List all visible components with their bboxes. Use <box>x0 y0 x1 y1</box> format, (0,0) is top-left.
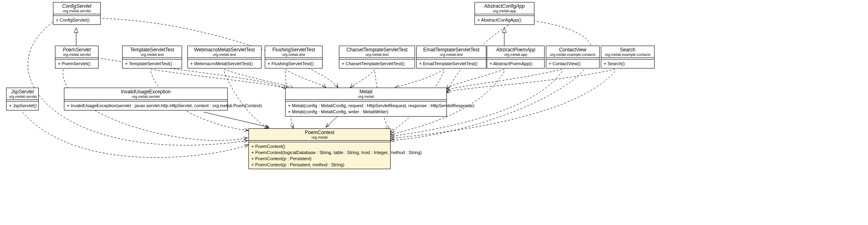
class-name: EmailTemplateServletTest <box>419 47 483 53</box>
class-package: org.melati.example.contacts <box>549 53 597 57</box>
class-abstractpoemapp: AbstractPoemApporg.melati.app + Abstract… <box>487 46 545 68</box>
class-op: + ContactView() <box>549 61 597 67</box>
class-op: + FlushingServletTest() <box>268 61 320 67</box>
class-search: Searchorg.melati.example.contacts + Sear… <box>601 46 655 68</box>
class-name: WebmacroMelatiServletTest <box>190 47 259 53</box>
class-name: TemplateServletTest <box>125 47 179 53</box>
class-name: InvalidUsageException <box>67 89 225 95</box>
class-name: Melati <box>288 89 444 95</box>
class-op: + PoemServlet() <box>58 61 96 67</box>
class-name: FlushingServletTest <box>268 47 320 53</box>
class-package: org.melati.app <box>490 53 542 57</box>
class-name: Search <box>604 47 652 53</box>
class-package: org.melati.example.contacts <box>604 53 652 57</box>
class-package: org.melati.test <box>125 53 179 57</box>
class-templateservlettest: TemplateServletTestorg.melati.test + Tem… <box>122 46 182 68</box>
class-name: ConfigServlet <box>56 3 98 9</box>
class-emailtemplateservlettest: EmailTemplateServletTestorg.melati.test … <box>416 46 486 68</box>
class-name: ContactView <box>549 47 597 53</box>
class-op: + TemplateServletTest() <box>125 61 179 67</box>
class-name: JspServlet <box>9 89 36 95</box>
svg-line-2 <box>204 112 269 127</box>
class-jspservlet: JspServletorg.melati.servlet + JspServle… <box>6 88 39 110</box>
class-package: org.melati.test <box>419 53 483 57</box>
class-package: org.melati.servlet <box>58 53 96 57</box>
class-op: + PoemContext(p : Persistent) <box>251 156 388 162</box>
class-name: PoemContext <box>251 130 388 135</box>
class-invalidusageexception: InvalidUsageExceptionorg.melati.servlet … <box>64 88 228 110</box>
class-poemcontext: PoemContextorg.melati + PoemContext() + … <box>248 128 391 169</box>
class-package: org.melati.app <box>477 9 532 13</box>
class-flushingservlettest: FlushingServletTestorg.melati.test + Flu… <box>265 46 323 68</box>
class-charsettemplateservlettest: CharsetTemplateServletTestorg.melati.tes… <box>339 46 415 68</box>
class-package: org.melati.test <box>190 53 259 57</box>
class-package: org.melati.test <box>342 53 412 57</box>
class-op: + Melati(config : MelatiConfig, request … <box>288 103 444 109</box>
class-abstractconfigapp: AbstractConfigApporg.melati.app + Abstra… <box>475 2 534 25</box>
class-op: + AbstractPoemApp() <box>490 61 542 67</box>
class-configservlet: ConfigServletorg.melati.servlet + Config… <box>53 2 101 25</box>
class-op: + PoemContext() <box>251 143 388 150</box>
class-webmacromelatiservlettest: WebmacroMelatiServletTestorg.melati.test… <box>187 46 261 68</box>
class-op: + EmailTemplateServletTest() <box>419 61 483 67</box>
class-name: CharsetTemplateServletTest <box>342 47 412 53</box>
class-op: + CharsetTemplateServletTest() <box>342 61 412 67</box>
class-name: PoemServlet <box>58 47 96 53</box>
class-op: + AbstractConfigApp() <box>477 17 532 23</box>
class-op: + WebmacroMelatiServletTest() <box>190 61 259 67</box>
class-package: org.melati.servlet <box>9 95 36 99</box>
class-package: org.melati.test <box>268 53 320 57</box>
class-name: AbstractConfigApp <box>477 3 532 9</box>
class-package: org.melati <box>288 95 444 99</box>
class-poemservlet: PoemServletorg.melati.servlet + PoemServ… <box>55 46 99 68</box>
class-op: + JspServlet() <box>9 103 36 109</box>
class-op: + InvalidUsageException(servlet : javax.… <box>67 103 225 109</box>
class-package: org.melati <box>251 135 388 139</box>
class-name: AbstractPoemApp <box>490 47 542 53</box>
class-op: + ConfigServlet() <box>56 17 98 23</box>
class-op: + PoemContext(logicalDatabase : String, … <box>251 150 388 156</box>
class-op: + Search() <box>604 61 652 67</box>
class-package: org.melati.servlet <box>56 9 98 13</box>
class-op: + PoemContext(p : Persistent, method : S… <box>251 162 388 168</box>
class-melati: Melatiorg.melati + Melati(config : Melat… <box>285 88 447 117</box>
class-contactview: ContactVieworg.melati.example.contacts +… <box>546 46 600 68</box>
class-op: + Melati(config : MelatiConfig, writer :… <box>288 109 444 115</box>
class-package: org.melati.servlet <box>67 95 225 99</box>
